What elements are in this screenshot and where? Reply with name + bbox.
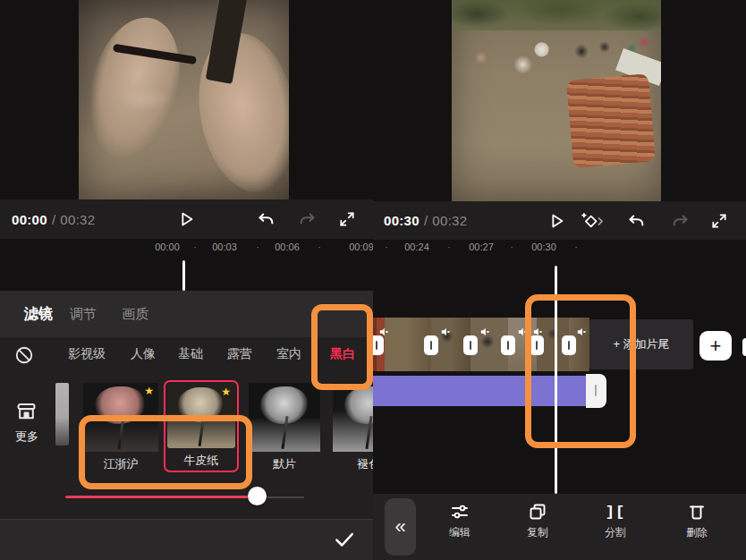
- confirm-check-icon[interactable]: [332, 528, 357, 553]
- video-preview-right: [452, 0, 661, 201]
- star-icon: ★: [221, 386, 231, 398]
- category-basic[interactable]: 基础: [178, 346, 203, 362]
- edit-button[interactable]: 编辑: [431, 500, 488, 540]
- edit-sliders-icon: [449, 500, 470, 523]
- trim-handle[interactable]: [586, 374, 606, 408]
- toolbar-label: 删除: [686, 525, 708, 540]
- no-filter-icon[interactable]: [14, 345, 34, 365]
- filter-name: 褪色: [333, 456, 373, 472]
- ruler-label: 00:03: [212, 242, 237, 252]
- transition-button[interactable]: [530, 335, 544, 355]
- filter-thumbnail: [333, 383, 373, 452]
- transition-button[interactable]: [562, 335, 576, 355]
- tab-adjust[interactable]: 调节: [70, 291, 97, 337]
- total-time: 00:32: [432, 213, 467, 228]
- panel-tabs-row: 滤镜 调节 画质: [0, 291, 373, 337]
- ruler-tick: ·: [574, 242, 578, 252]
- current-time: 00:00: [12, 212, 47, 227]
- toolbar-label: 分割: [605, 525, 626, 540]
- preview-brick-pile: [566, 73, 656, 168]
- collapse-button[interactable]: «: [385, 498, 416, 556]
- category-blackwhite[interactable]: 黑白: [330, 346, 355, 362]
- play-button[interactable]: [544, 208, 569, 233]
- playhead[interactable]: [182, 260, 185, 291]
- editor-comparison: 00:00 / 00:32 00:00 · 00:03 · 00:06 · 00…: [0, 0, 746, 560]
- split-button[interactable]: ][ 分割: [587, 500, 644, 540]
- more-label[interactable]: 更多: [0, 428, 54, 445]
- preview-shavings: [118, 88, 172, 111]
- ruler-label: 00:30: [531, 242, 556, 252]
- category-portrait[interactable]: 人像: [131, 346, 156, 362]
- filter-tile[interactable]: ★ 江浙沪: [83, 383, 158, 471]
- confirm-bar: [0, 519, 373, 560]
- category-indoor[interactable]: 室内: [276, 346, 301, 362]
- undo-button[interactable]: [253, 207, 278, 232]
- transport-bar-right: 00:30 / 00:32: [373, 201, 746, 240]
- keyframe-icon[interactable]: [581, 208, 606, 233]
- right-screen: 00:30 / 00:32 · 00:24 · 00:27 ·: [373, 0, 746, 560]
- transport-bar-left: 00:00 / 00:32: [0, 199, 373, 239]
- tab-filters[interactable]: 滤镜: [24, 291, 53, 337]
- add-clip-button[interactable]: +: [699, 331, 732, 361]
- filter-name: 默片: [249, 456, 320, 472]
- current-time: 00:30: [384, 213, 420, 228]
- transition-button[interactable]: [501, 335, 515, 355]
- left-screen: 00:00 / 00:32 00:00 · 00:03 · 00:06 · 00…: [0, 0, 373, 560]
- filter-name: 牛皮纸: [167, 453, 235, 469]
- tab-quality[interactable]: 画质: [122, 291, 148, 337]
- timecode-left: 00:00 / 00:32: [12, 199, 95, 239]
- mute-icon: [533, 324, 542, 333]
- ruler-label: 00:06: [275, 242, 300, 252]
- transition-button[interactable]: [424, 335, 438, 355]
- intensity-slider-track[interactable]: [65, 496, 258, 498]
- store-icon[interactable]: [14, 400, 38, 424]
- ruler-tick: ·: [318, 242, 321, 252]
- timecode-right: 00:30 / 00:32: [384, 201, 467, 240]
- filter-tile[interactable]: 默片: [249, 383, 320, 471]
- undo-button[interactable]: [623, 208, 649, 233]
- toolbar-label: 编辑: [449, 525, 470, 540]
- filter-panel: 滤镜 调节 画质 影视级 人像 基础 露营 室内 黑白 更多 ★ 江浙: [0, 291, 373, 560]
- intensity-slider-thumb[interactable]: [248, 487, 267, 505]
- redo-button[interactable]: [668, 208, 693, 233]
- mute-icon: [577, 324, 586, 333]
- transition-button[interactable]: [463, 335, 478, 355]
- category-cinematic[interactable]: 影视级: [68, 346, 106, 362]
- filter-name: 江浙沪: [83, 456, 158, 472]
- playhead[interactable]: [555, 266, 557, 494]
- ruler-tick: ·: [447, 242, 451, 252]
- delete-button[interactable]: 删除: [668, 500, 725, 540]
- fullscreen-button[interactable]: [335, 207, 360, 232]
- play-button[interactable]: [174, 207, 199, 232]
- filter-tile-partial[interactable]: [55, 383, 69, 445]
- ruler-tick: ·: [193, 242, 197, 252]
- toolbar-label: 复制: [527, 525, 548, 540]
- copy-button[interactable]: 复制: [509, 500, 566, 540]
- total-time: 00:32: [60, 212, 95, 227]
- mute-icon: [480, 324, 489, 333]
- filter-thumbnail: ★: [83, 383, 158, 452]
- add-ending-button[interactable]: + 添加片尾: [589, 319, 693, 369]
- video-preview-left: [79, 0, 289, 199]
- time-separator: /: [424, 213, 428, 228]
- ruler-tick: ·: [510, 242, 513, 252]
- preview-hand-right: [187, 25, 289, 199]
- ruler-label: 00:00: [155, 242, 180, 252]
- trash-icon: [686, 500, 708, 523]
- ruler-label: 00:09: [349, 242, 373, 252]
- edge-button-sliver: [742, 338, 746, 356]
- category-camping[interactable]: 露营: [227, 346, 252, 362]
- filter-thumbnail: [249, 383, 320, 452]
- redo-button[interactable]: [295, 207, 320, 232]
- mute-icon: [518, 324, 527, 333]
- star-icon: ★: [144, 385, 154, 397]
- clip-toolbar: « 编辑 复制 ][ 分割 删除: [373, 494, 746, 560]
- transition-button[interactable]: [373, 335, 384, 355]
- filter-tile-selected[interactable]: ★ 牛皮纸: [164, 380, 239, 472]
- time-separator: /: [52, 212, 55, 227]
- filter-tile[interactable]: 褪色: [333, 383, 373, 471]
- copy-icon: [527, 500, 548, 523]
- ruler-label: 00:24: [404, 242, 429, 252]
- ruler-tick: ·: [256, 242, 259, 252]
- fullscreen-button[interactable]: [707, 208, 732, 233]
